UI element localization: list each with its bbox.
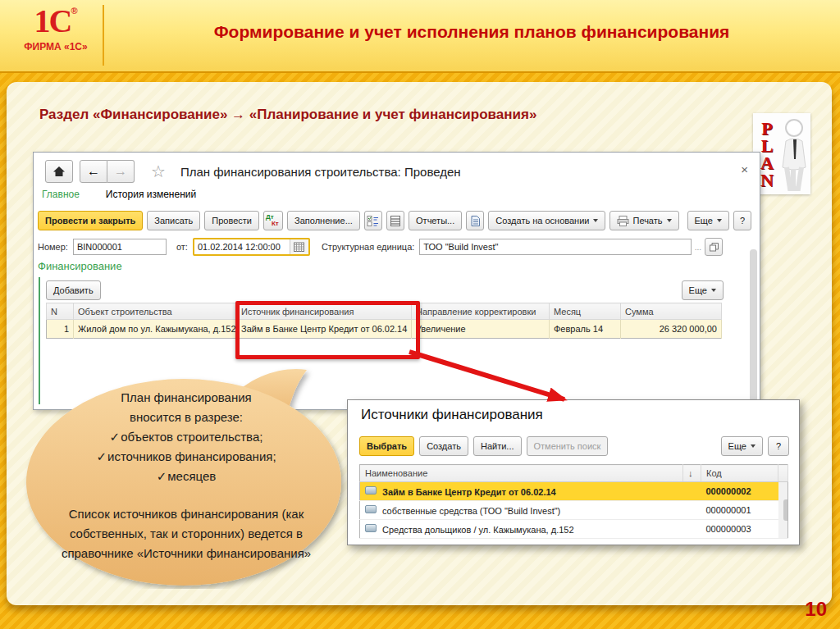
cell-month[interactable]: Февраль 14	[550, 320, 621, 339]
col-object[interactable]: Объект строительства	[74, 303, 237, 320]
cell-object[interactable]: Жилой дом по ул. Кажымукана, д.152	[74, 320, 237, 339]
popup-scrollbar-top[interactable]	[778, 465, 788, 482]
checklist-icon	[367, 215, 379, 227]
bubble-note: Список источников финансирования (как со…	[48, 504, 325, 563]
row-list-button[interactable]	[386, 211, 404, 230]
cell-n[interactable]: 1	[47, 320, 74, 339]
cell-direction[interactable]: Увеличение	[412, 320, 550, 339]
popup-help-button[interactable]: ?	[768, 436, 789, 456]
popup-toolbar: Выбрать Создать Найти... Отменить поиск …	[359, 436, 789, 456]
home-icon	[52, 166, 66, 177]
logo-1c-text: 1С	[34, 2, 71, 39]
bubble-intro-line1: План финансирования	[48, 388, 325, 408]
reports-button[interactable]: Отчеты...	[409, 211, 462, 230]
popup-scrollbar[interactable]	[778, 482, 788, 539]
printer-icon	[617, 216, 629, 226]
source-code[interactable]: 000000003	[701, 520, 778, 539]
funding-sources-table: Наименование ↓ Код Займ в Банке Центр Кр…	[359, 464, 788, 539]
menu-change-history[interactable]: История изменений	[106, 189, 196, 200]
source-name[interactable]: Займ в Банке Центр Кредит от 06.02.14	[360, 482, 683, 501]
col-name[interactable]: Наименование	[360, 465, 683, 482]
structural-unit-field[interactable]	[419, 239, 691, 255]
create-button[interactable]: Создать	[419, 436, 468, 456]
close-icon[interactable]: ×	[741, 162, 748, 176]
sort-desc-icon[interactable]: ↓	[683, 465, 701, 482]
list-item-icon	[365, 505, 377, 513]
post-and-close-button[interactable]: Провести и закрыть	[38, 211, 143, 230]
number-field[interactable]	[73, 239, 167, 255]
dt-kt-postings-button[interactable]: Дт Кт	[263, 211, 283, 230]
open-value-button[interactable]	[705, 238, 723, 256]
section-path-subtitle: Раздел «Финансирование» → «Планирование …	[39, 107, 536, 123]
from-label: от:	[176, 242, 188, 252]
check-icon: ✓	[157, 469, 167, 483]
col-sum[interactable]: Сумма	[621, 303, 722, 320]
kt-label: Кт	[272, 221, 282, 227]
col-month[interactable]: Месяц	[550, 303, 621, 320]
more-button[interactable]: Еще	[687, 211, 729, 230]
bubble-item: ✓месяцев	[48, 467, 325, 486]
dropdown-caret-icon	[667, 219, 672, 222]
header-fields: Номер: от: Структурная единица: ...	[38, 238, 723, 256]
list-item[interactable]: Средства дольщиков / ул. Кажымукана, д.1…	[360, 520, 788, 539]
popup-more-button[interactable]: Еще	[721, 436, 763, 456]
registered-mark: ®	[71, 6, 77, 16]
date-field[interactable]	[194, 239, 290, 254]
print-label: Печать	[632, 216, 662, 226]
source-code[interactable]: 000000001	[701, 501, 778, 520]
financing-section-label: Финансирование	[38, 260, 122, 272]
col-n[interactable]: N	[47, 303, 74, 320]
logo-firm-text: ФИРМА «1С»	[11, 41, 100, 52]
bubble-intro-line2: вносится в разрезе:	[48, 408, 325, 427]
document-toolbar: Провести и закрыть Записать Провести Дт …	[38, 211, 751, 230]
checklist-button[interactable]	[364, 211, 382, 230]
source-code[interactable]: 000000002	[701, 482, 778, 501]
callout-text: План финансирования вносится в разрезе: …	[48, 388, 325, 563]
cell-sum[interactable]: 26 320 000,00	[621, 320, 722, 339]
scrollbar-thumb[interactable]	[783, 499, 788, 521]
create-on-basis-button[interactable]: Создать на основании	[488, 211, 605, 230]
find-button[interactable]: Найти...	[473, 436, 522, 456]
more-label: Еще	[728, 441, 746, 451]
back-arrow-icon: ←	[87, 164, 100, 179]
bubble-item: ✓источников финансирования;	[48, 447, 325, 467]
window-nav: ← → ☆ План финансирования строительства:…	[45, 160, 461, 183]
number-label: Номер:	[38, 242, 68, 252]
save-button[interactable]: Записать	[147, 211, 200, 230]
dropdown-caret-icon	[711, 289, 716, 292]
dropdown-caret-icon	[717, 219, 722, 222]
sources-table-header: Наименование ↓ Код	[360, 465, 788, 482]
col-code[interactable]: Код	[701, 465, 778, 482]
help-button[interactable]: ?	[733, 211, 751, 230]
create-on-basis-label: Создать на основании	[495, 216, 589, 226]
menu-main[interactable]: Главное	[42, 189, 80, 200]
calendar-icon	[294, 242, 304, 252]
back-button[interactable]: ←	[80, 160, 107, 183]
fill-button[interactable]: Заполнение...	[287, 211, 360, 230]
print-button[interactable]: Печать	[609, 211, 678, 230]
document-report-button[interactable]	[466, 211, 484, 230]
choose-value-button[interactable]: ...	[692, 243, 705, 252]
col-direction[interactable]: Направление корректировки	[412, 303, 550, 320]
businessman-figure	[778, 116, 809, 192]
select-button[interactable]: Выбрать	[359, 436, 414, 456]
home-button[interactable]	[45, 160, 73, 183]
source-name[interactable]: Средства дольщиков / ул. Кажымукана, д.1…	[360, 520, 683, 539]
forward-button[interactable]: →	[107, 160, 135, 183]
calendar-button[interactable]	[290, 239, 308, 254]
funding-sources-popup: Источники финансирования Выбрать Создать…	[347, 399, 800, 545]
list-item[interactable]: собственные средства (ТОО "Build Invest"…	[360, 501, 788, 520]
vertical-scrollbar[interactable]	[750, 249, 757, 402]
row-list-icon	[390, 215, 401, 227]
table-more-button[interactable]: Еще	[682, 280, 724, 300]
slide: 1С® ФИРМА «1С» Формирование и учет испол…	[0, 0, 840, 629]
open-icon	[710, 243, 719, 252]
post-button[interactable]: Провести	[204, 211, 259, 230]
add-row-button[interactable]: Добавить	[46, 280, 101, 300]
list-item-icon	[365, 524, 377, 532]
favorite-star-icon[interactable]: ☆	[151, 162, 166, 181]
list-item[interactable]: Займ в Банке Центр Кредит от 06.02.14 00…	[360, 482, 788, 501]
document-icon	[470, 215, 481, 227]
structural-unit-label: Структурная единица:	[322, 242, 414, 252]
source-name[interactable]: собственные средства (ТОО "Build Invest"…	[360, 501, 683, 520]
